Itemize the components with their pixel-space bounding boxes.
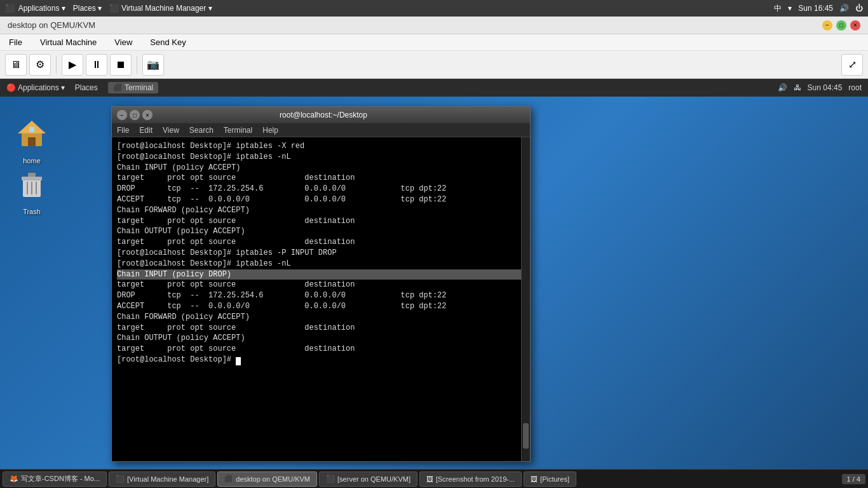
toolbar-right: ⤢ bbox=[841, 54, 863, 76]
term-line-17: ACCEPT tcp -- 0.0.0.0/0 0.0.0.0/0 tcp dp… bbox=[117, 301, 525, 312]
term-menu-search[interactable]: Search bbox=[189, 126, 214, 135]
term-line-15: target prot opt source destination bbox=[117, 280, 525, 290]
guest-audio-icon[interactable]: 🔊 bbox=[778, 83, 787, 92]
taskbar-item-blog[interactable]: 🦊 写文章-CSDN博客 - Mo... bbox=[3, 471, 107, 487]
taskbar-item-server-qemu[interactable]: ⬛ [server on QEMU/KVM] bbox=[319, 471, 417, 487]
terminal-menubar: File Edit View Search Terminal Help bbox=[112, 123, 530, 137]
guest-terminal-menu[interactable]: ⬛ Terminal bbox=[108, 82, 158, 93]
svg-rect-5 bbox=[22, 177, 42, 180]
power-icon[interactable]: ⏻ bbox=[855, 4, 863, 13]
term-line-13: [root@localhost Desktop]# iptables -nL bbox=[117, 259, 525, 269]
term-line-8: target prot opt source destination bbox=[117, 216, 525, 227]
taskbar-item-vmm[interactable]: ⬛ [Virtual Machine Manager] bbox=[109, 471, 215, 487]
vbox-section: desktop on QEMU/KVM − □ × File Virtual M… bbox=[0, 17, 868, 79]
trash-icon-label: Trash bbox=[23, 208, 41, 215]
term-line-24: [root@localhost Desktop]# bbox=[117, 355, 525, 365]
toolbar-scale-btn[interactable]: ⤢ bbox=[841, 54, 863, 76]
taskbar: 🦊 写文章-CSDN博客 - Mo... ⬛ [Virtual Machine … bbox=[0, 469, 868, 488]
guest-apps-menu[interactable]: 🔴 Applications ▾ bbox=[6, 83, 65, 92]
vbox-menubar: File Virtual Machine View Send Key bbox=[0, 34, 868, 51]
system-bar-right: 中 ▾ Sun 16:45 🔊 ⏻ bbox=[774, 3, 863, 14]
term-menu-view[interactable]: View bbox=[163, 126, 179, 135]
vbox-restore-btn[interactable]: □ bbox=[836, 20, 846, 30]
terminal-content[interactable]: [root@localhost Desktop]# iptables -X re… bbox=[112, 137, 530, 461]
guest-bar: 🔴 Applications ▾ Places ⬛ Terminal 🔊 🖧 S… bbox=[0, 79, 868, 97]
vm-manager-menu[interactable]: ⬛ Virtual Machine Manager ▾ bbox=[109, 4, 212, 13]
guest-bar-left: 🔴 Applications ▾ Places ⬛ Terminal bbox=[6, 82, 158, 93]
system-time: Sun 16:45 bbox=[798, 4, 833, 13]
menu-virtual-machine[interactable]: Virtual Machine bbox=[36, 36, 100, 48]
svg-rect-1 bbox=[28, 137, 36, 146]
vbox-window-title: desktop on QEMU/KVM bbox=[8, 20, 95, 30]
term-line-5: ACCEPT tcp -- 0.0.0.0/0 0.0.0.0/0 tcp dp… bbox=[117, 194, 525, 205]
menu-view[interactable]: View bbox=[111, 36, 136, 48]
desktop-area: home Trash bbox=[0, 97, 868, 488]
taskbar-item-screenshot[interactable]: 🖼 [Screenshot from 2019-... bbox=[419, 471, 522, 487]
term-line-19: Chain FORWARD (policy ACCEPT) bbox=[117, 312, 525, 323]
vbox-window-controls: − □ × bbox=[822, 20, 860, 30]
guest-places-menu[interactable]: Places bbox=[75, 83, 98, 92]
vm-content: 🔴 Applications ▾ Places ⬛ Terminal 🔊 🖧 S… bbox=[0, 79, 868, 488]
term-line-14: Chain INPUT (policy DROP) bbox=[117, 269, 525, 280]
guest-time: Sun 04:45 bbox=[808, 83, 843, 92]
vbox-toolbar: 🖥 ⚙ ▶ ⏸ ⏹ 📷 ⤢ bbox=[0, 51, 868, 79]
menu-file[interactable]: File bbox=[5, 36, 26, 48]
toolbar-screen-btn[interactable]: 🖥 bbox=[5, 54, 27, 76]
terminal-title: root@localhost:~/Desktop bbox=[280, 111, 367, 119]
scrollbar-thumb[interactable] bbox=[523, 423, 529, 449]
taskbar-item-desktop-qemu[interactable]: ⬛ desktop on QEMU/KVM bbox=[217, 471, 317, 487]
toolbar-snapshot-btn[interactable]: 📷 bbox=[142, 54, 164, 76]
vbox-titlebar: desktop on QEMU/KVM − □ × bbox=[0, 17, 868, 34]
audio-icon[interactable]: 🔊 bbox=[839, 4, 849, 13]
vbox-minimize-btn[interactable]: − bbox=[822, 20, 832, 30]
toolbar-sep-1 bbox=[56, 56, 57, 74]
terminal-scrollbar[interactable] bbox=[521, 137, 530, 461]
places-menu-host[interactable]: Places ▾ bbox=[73, 4, 102, 13]
term-line-4: DROP tcp -- 172.25.254.6 0.0.0.0/0 tcp d… bbox=[117, 184, 525, 194]
terminal-titlebar-btns: − □ × bbox=[117, 110, 153, 120]
term-line-22: Chain OUTPUT (policy ACCEPT) bbox=[117, 333, 525, 344]
guest-user: root bbox=[848, 83, 862, 92]
toolbar-sep-2 bbox=[137, 56, 137, 74]
svg-rect-3 bbox=[29, 127, 34, 132]
term-menu-terminal[interactable]: Terminal bbox=[224, 126, 252, 135]
term-line-11: target prot opt source destination bbox=[117, 237, 525, 248]
input-method-icon: 中 bbox=[774, 3, 782, 14]
desktop-icon-trash[interactable]: Trash bbox=[6, 166, 57, 218]
terminal-titlebar: − □ × root@localhost:~/Desktop bbox=[112, 107, 530, 123]
term-line-23: target prot opt source destination bbox=[117, 344, 525, 355]
taskbar-item-pictures[interactable]: 🖼 [Pictures] bbox=[524, 471, 576, 487]
terminal-window: − □ × root@localhost:~/Desktop File Edit… bbox=[111, 106, 531, 462]
system-bar-left: ⬛ Applications ▾ Places ▾ ⬛ Virtual Mach… bbox=[5, 4, 212, 13]
system-bar: ⬛ Applications ▾ Places ▾ ⬛ Virtual Mach… bbox=[0, 0, 868, 17]
home-icon bbox=[17, 118, 47, 154]
input-method-dropdown[interactable]: ▾ bbox=[788, 4, 792, 13]
toolbar-play-btn[interactable]: ▶ bbox=[62, 54, 83, 76]
trash-icon bbox=[17, 169, 47, 205]
desktop-icon-home[interactable]: home bbox=[6, 116, 57, 167]
toolbar-pause-btn[interactable]: ⏸ bbox=[86, 54, 107, 76]
terminal-close-btn[interactable]: × bbox=[142, 110, 153, 120]
term-line-1: [root@localhost Desktop]# iptables -nL bbox=[117, 152, 525, 163]
guest-bar-right: 🔊 🖧 Sun 04:45 root bbox=[778, 83, 862, 92]
term-menu-file[interactable]: File bbox=[117, 126, 129, 135]
terminal-restore-btn[interactable]: □ bbox=[130, 110, 140, 120]
menu-send-key[interactable]: Send Key bbox=[146, 36, 189, 48]
page-indicator: 1 / 4 bbox=[842, 474, 865, 484]
toolbar-settings-btn[interactable]: ⚙ bbox=[29, 54, 51, 76]
guest-network-icon: 🖧 bbox=[794, 83, 801, 92]
main-container: ⬛ Applications ▾ Places ▾ ⬛ Virtual Mach… bbox=[0, 0, 868, 488]
toolbar-stop-btn[interactable]: ⏹ bbox=[110, 54, 132, 76]
taskbar-right: 1 / 4 bbox=[842, 474, 865, 484]
term-line-2: Chain INPUT (policy ACCEPT) bbox=[117, 163, 525, 173]
term-menu-edit[interactable]: Edit bbox=[139, 126, 153, 135]
terminal-minimize-btn[interactable]: − bbox=[117, 110, 127, 120]
term-line-0: [root@localhost Desktop]# iptables -X re… bbox=[117, 141, 525, 152]
term-line-7: Chain FORWARD (policy ACCEPT) bbox=[117, 205, 525, 216]
term-line-20: target prot opt source destination bbox=[117, 323, 525, 334]
term-line-10: Chain OUTPUT (policy ACCEPT) bbox=[117, 226, 525, 237]
term-line-16: DROP tcp -- 172.25.254.6 0.0.0.0/0 tcp d… bbox=[117, 290, 525, 301]
vbox-close-btn[interactable]: × bbox=[850, 20, 860, 30]
apps-menu-host[interactable]: ⬛ Applications ▾ bbox=[5, 4, 65, 13]
term-menu-help[interactable]: Help bbox=[262, 126, 278, 135]
